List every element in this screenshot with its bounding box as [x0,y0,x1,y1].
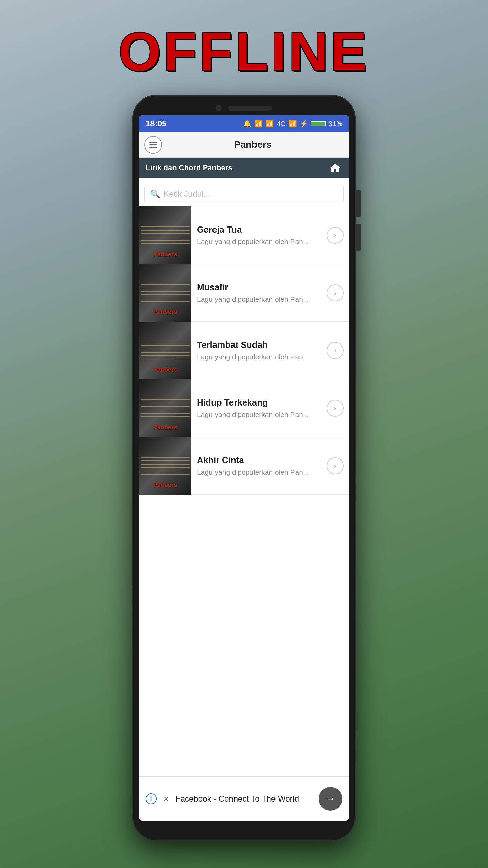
song-arrow-3[interactable]: › [327,342,344,359]
string-4 [141,237,190,237]
network-type: 4G [277,120,286,128]
song-thumbnail-4: Panbers [139,379,191,437]
search-input[interactable]: Ketik Judul... [164,189,210,199]
song-list: Panbers Gereja Tua Lagu yang dipopulerka… [139,206,349,776]
song-thumbnail-1: Panbers [139,206,191,264]
song-info-3: Terlambat Sudah Lagu yang dipopulerkan o… [191,340,327,361]
song-item-5[interactable]: Panbers Akhir Cinta Lagu yang dipopulerk… [139,437,349,495]
menu-line-3 [149,147,157,148]
status-bar: 18:05 🔔 📶 📶 4G 📶 ⚡ 31% [139,115,349,132]
song-title-4: Hidup Terkekang [197,397,321,408]
phone-frame: 18:05 🔔 📶 📶 4G 📶 ⚡ 31% [132,95,356,841]
search-box[interactable]: 🔍 Ketik Judul... [144,185,344,203]
string-2 [141,230,190,231]
app-toolbar: Panbers [139,132,349,158]
phone-top-area [139,105,349,111]
string-1 [141,226,190,227]
ad-info-icon: i [146,793,157,804]
phone-camera [216,105,222,111]
thumbnail-label-4: Panbers [139,424,191,431]
song-item-3[interactable]: Panbers Terlambat Sudah Lagu yang dipopu… [139,322,349,379]
offline-title: OFFLINE [119,20,369,83]
signal-icon: 📶 [265,120,274,128]
ad-close-icon[interactable]: ✕ [161,794,171,804]
song-arrow-5[interactable]: › [327,457,344,474]
ad-text: Facebook - Connect To The World [176,793,314,804]
home-button[interactable] [328,161,342,175]
song-info-4: Hidup Terkekang Lagu yang dipopulerkan o… [191,397,327,419]
song-item-1[interactable]: Panbers Gereja Tua Lagu yang dipopulerka… [139,206,349,264]
song-info-1: Gereja Tua Lagu yang dipopulerkan oleh P… [191,224,327,246]
thumbnail-label-1: Panbers [139,251,191,258]
string-6 [141,243,190,244]
song-desc-3: Lagu yang dipopulerkan oleh Pan... [197,353,321,361]
song-item-4[interactable]: Panbers Hidup Terkekang Lagu yang dipopu… [139,379,349,437]
song-thumbnail-3: Panbers [139,322,191,379]
ad-arrow-button[interactable]: → [319,787,342,811]
string-5 [141,240,190,241]
song-arrow-4[interactable]: › [327,400,344,417]
song-arrow-1[interactable]: › [327,227,344,244]
sub-toolbar-title: Lirik dan Chord Panbers [146,163,232,172]
sub-toolbar: Lirik dan Chord Panbers [139,158,349,178]
notification-icon: 🔔 [243,120,251,128]
main-content: 🔍 Ketik Judul... [139,178,349,821]
song-info-5: Akhir Cinta Lagu yang dipopulerkan oleh … [191,455,327,476]
wifi-icon: 📶 [254,120,263,128]
song-info-2: Musafir Lagu yang dipopulerkan oleh Pan.… [191,282,327,303]
song-item-2[interactable]: Panbers Musafir Lagu yang dipopulerkan o… [139,264,349,322]
thumbnail-label-5: Panbers [139,481,191,489]
song-title-1: Gereja Tua [197,224,321,235]
song-thumbnail-2: Panbers [139,264,191,322]
song-title-2: Musafir [197,282,321,293]
charge-icon: ⚡ [300,120,308,128]
song-desc-5: Lagu yang dipopulerkan oleh Pan... [197,468,321,476]
status-time: 18:05 [146,119,166,129]
thumbnail-label-3: Panbers [139,366,191,373]
song-thumbnail-5: Panbers [139,437,191,495]
song-title-5: Akhir Cinta [197,455,321,466]
volume-up-button[interactable] [356,190,361,217]
search-container: 🔍 Ketik Judul... [139,178,349,206]
search-icon: 🔍 [150,189,160,199]
phone-mockup: 18:05 🔔 📶 📶 4G 📶 ⚡ 31% [132,95,356,841]
song-desc-4: Lagu yang dipopulerkan oleh Pan... [197,411,321,419]
phone-screen: 18:05 🔔 📶 📶 4G 📶 ⚡ 31% [139,115,349,821]
string-3 [141,233,190,234]
battery-percent: 31% [329,120,342,128]
phone-speaker [228,106,272,111]
menu-line-2 [149,144,157,145]
song-title-3: Terlambat Sudah [197,340,321,350]
menu-button[interactable] [144,136,162,154]
status-icons: 🔔 📶 📶 4G 📶 ⚡ 31% [243,120,342,128]
song-desc-2: Lagu yang dipopulerkan oleh Pan... [197,295,321,303]
volume-down-button[interactable] [356,224,361,251]
app-title: Panbers [162,139,344,150]
battery-bar [311,121,326,126]
song-arrow-2[interactable]: › [327,284,344,301]
signal-icon-2: 📶 [288,120,297,128]
thumbnail-label-2: Panbers [139,309,191,316]
song-desc-1: Lagu yang dipopulerkan oleh Pan... [197,238,321,246]
menu-line-1 [149,142,157,143]
ad-banner[interactable]: i ✕ Facebook - Connect To The World → [139,776,349,821]
home-icon [330,162,341,173]
